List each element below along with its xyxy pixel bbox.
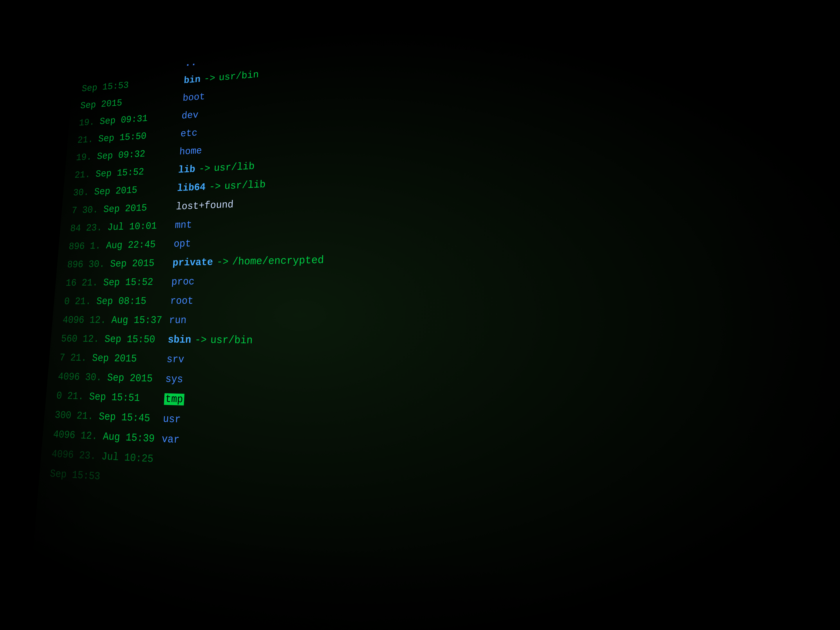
dir-name-usr: usr xyxy=(163,414,181,425)
dir-name-dev: dev xyxy=(181,110,199,121)
dir-name-lib64: lib64 xyxy=(177,182,206,193)
dir-name-home: home xyxy=(179,146,202,157)
timestamp-row: 0 21. Sep 08:15 xyxy=(63,292,160,311)
dir-name-proc: proc xyxy=(171,276,195,287)
link-target-lib64: usr/lib xyxy=(224,180,266,192)
arrow-sbin: -> xyxy=(194,335,207,346)
arrow-private: -> xyxy=(216,257,229,267)
dir-name-sbin: sbin xyxy=(167,335,191,345)
timestamp-row: 16 21. Sep 15:52 xyxy=(65,273,161,292)
content-wrapper: Sep 15:53 Sep 2015 19. Sep 09:31 21. Sep… xyxy=(28,0,840,630)
timestamp-row: 4096 12. Aug 15:37 xyxy=(62,311,159,330)
directory-listing: .. bin -> usr/bin boot dev etc h xyxy=(140,0,840,630)
terminal-screen: Sep 15:53 Sep 2015 19. Sep 09:31 21. Sep… xyxy=(28,0,840,630)
dir-name-lost-found: lost+found xyxy=(176,200,234,212)
dir-name-lib: lib xyxy=(178,164,196,175)
link-target-private: /home/encrypted xyxy=(232,255,324,267)
timestamp-row: 560 12. Sep 15:50 xyxy=(60,330,157,349)
arrow-lib64: -> xyxy=(209,182,221,192)
arrow-lib: -> xyxy=(199,164,210,174)
timestamp-row: 7 30. Sep 2015 xyxy=(71,198,166,220)
link-target-lib: usr/lib xyxy=(213,161,255,174)
timestamp-row: 84 23. Jul 10:01 xyxy=(69,217,165,238)
link-target-bin: usr/bin xyxy=(219,70,259,83)
dir-entry-run: run xyxy=(169,310,840,334)
dir-name-mnt: mnt xyxy=(175,220,192,231)
dir-name-srv: srv xyxy=(166,354,185,365)
dir-name-boot: boot xyxy=(182,92,205,103)
dir-name-private: private xyxy=(172,257,213,268)
dir-name-tmp: tmp xyxy=(164,393,185,406)
dir-name-sys: sys xyxy=(165,374,183,385)
timestamp-row: 0 21. Sep 15:51 xyxy=(56,386,154,409)
timestamp-row: 896 30. Sep 2015 xyxy=(66,254,162,274)
timestamp-row: 4096 30. Sep 2015 xyxy=(57,367,155,389)
arrow-bin: -> xyxy=(204,73,215,84)
link-target-sbin: usr/bin xyxy=(210,335,253,346)
dir-name-opt: opt xyxy=(174,238,191,249)
timestamp-row: 896 1. Aug 22:45 xyxy=(68,235,164,256)
dir-name-var: var xyxy=(161,434,180,445)
dir-name-bin: bin xyxy=(183,75,201,85)
timestamp-row: 7 21. Sep 2015 xyxy=(59,348,156,369)
dir-name-dotdot: .. xyxy=(185,57,197,68)
dir-name-run: run xyxy=(169,315,187,326)
dir-name-root: root xyxy=(170,296,194,306)
dir-name-etc: etc xyxy=(180,128,197,139)
